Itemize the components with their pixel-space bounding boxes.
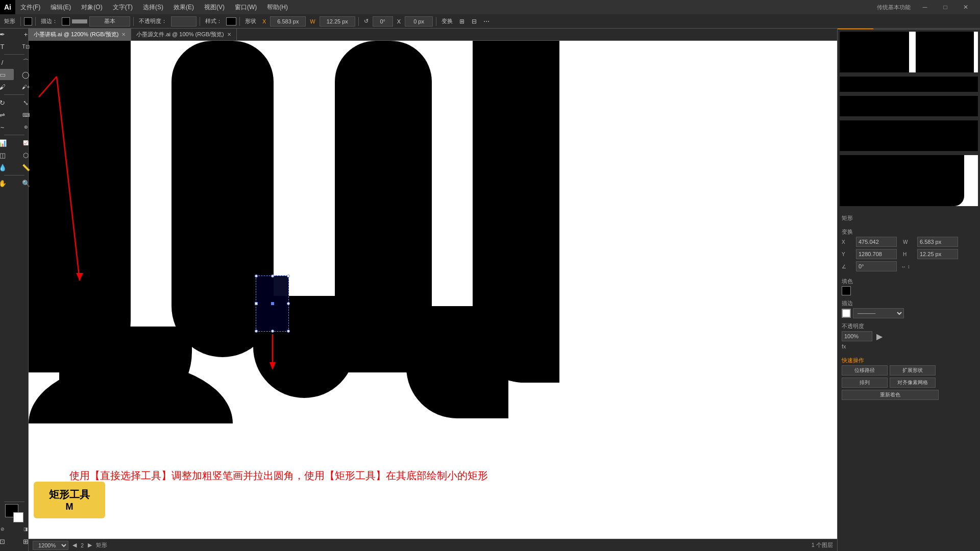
blob-brush-tool[interactable]: 🖌+ xyxy=(15,81,37,92)
tooltip-key: M xyxy=(43,502,96,512)
swatch-pair[interactable] xyxy=(5,504,23,522)
tab-1[interactable]: 小墨讲稿.ai @ 1200% (RGB/预览) ✕ xyxy=(29,29,131,41)
next-page-icon[interactable]: ▶ xyxy=(88,542,92,548)
rotate-input[interactable] xyxy=(373,16,393,27)
gradient-tool[interactable]: ◫ xyxy=(0,149,14,161)
w-input[interactable] xyxy=(320,16,355,27)
stroke-type-select[interactable]: ───── xyxy=(853,308,904,318)
rotate-icon: ↺ xyxy=(362,18,371,24)
menu-bar[interactable]: 文件(F) 编辑(E) 对象(O) 文字(T) 选择(S) 效果(E) 视图(V… xyxy=(15,1,293,14)
angle-input[interactable] xyxy=(856,261,897,271)
quick-actions-title: 快速操作 xyxy=(842,355,976,365)
none-swatch[interactable]: ⊘ xyxy=(0,523,14,535)
menu-effect[interactable]: 效果(E) xyxy=(168,1,199,14)
eyedropper-row: 💧 📏 xyxy=(0,162,37,173)
more-icon[interactable]: ⋯ xyxy=(481,16,492,27)
type-tool[interactable]: T xyxy=(0,41,14,52)
tooltip-box: 矩形工具 M xyxy=(34,482,105,518)
menu-file[interactable]: 文件(F) xyxy=(15,1,45,14)
y-label: Y xyxy=(842,252,854,257)
stroke-swatch[interactable] xyxy=(842,309,851,318)
menu-select[interactable]: 选择(S) xyxy=(138,1,168,14)
recolor-btn[interactable]: 重新着色 xyxy=(842,390,939,400)
annotation-text: 使用【直接选择工具】调整加粗竖笔画并拉出圆角，使用【矩形工具】在其底部绘制小的矩… xyxy=(69,469,488,483)
style-label: 样式： xyxy=(203,17,224,25)
stroke-weight-input[interactable] xyxy=(89,16,130,27)
zoom-tool[interactable]: 🔍 xyxy=(15,178,37,189)
left-sep-2 xyxy=(4,94,24,95)
titlebar: Ai 文件(F) 编辑(E) 对象(O) 文字(T) 选择(S) 效果(E) 视… xyxy=(0,0,980,14)
rectangle-tool[interactable]: ▭ xyxy=(0,69,14,80)
prev-page-icon[interactable]: ◀ xyxy=(72,542,77,548)
opacity-panel-input[interactable] xyxy=(842,331,872,341)
hand-tool[interactable]: ✋ xyxy=(0,178,14,189)
x-value-input[interactable] xyxy=(856,237,897,247)
style-swatch[interactable] xyxy=(226,17,236,26)
reflect-tool[interactable]: ⇌ xyxy=(0,109,14,120)
shear-tool[interactable]: ⌨ xyxy=(15,109,37,120)
opacity-expand-icon[interactable]: ▶ xyxy=(876,332,883,341)
h-value-input[interactable] xyxy=(917,249,958,259)
blend-tool[interactable]: ⬡ xyxy=(15,149,37,161)
fill-row[interactable] xyxy=(842,286,976,295)
scale-tool[interactable]: ⤡ xyxy=(15,97,37,108)
paintbrush-tool[interactable]: 🖌 xyxy=(0,81,14,92)
x-coord-input[interactable] xyxy=(270,16,306,27)
tab-2-close[interactable]: ✕ xyxy=(227,32,231,37)
menu-window[interactable]: 窗口(W) xyxy=(230,1,262,14)
minimize-btn[interactable]: ─ xyxy=(915,0,935,14)
color-swatch[interactable]: ◨ xyxy=(15,523,37,535)
measure-tool[interactable]: 📏 xyxy=(15,162,37,173)
maximize-btn[interactable]: □ xyxy=(935,0,955,14)
close-btn[interactable]: ✕ xyxy=(955,0,976,14)
offset-path-btn[interactable]: 位移路径 xyxy=(842,365,888,375)
expand-shape-btn[interactable]: 扩展形状 xyxy=(890,365,936,375)
sep1 xyxy=(20,17,21,26)
tooltip-title: 矩形工具 xyxy=(43,488,96,502)
menu-help[interactable]: 帮助(H) xyxy=(262,1,293,14)
fx-label: fx xyxy=(842,343,846,349)
align-pixel-btn[interactable]: 对齐像素网格 xyxy=(890,378,936,388)
column-graph-tool[interactable]: 📈 xyxy=(15,137,37,148)
line-tool[interactable]: / xyxy=(0,57,14,68)
anchor-tc xyxy=(271,274,274,278)
graph-tool[interactable]: 📊 xyxy=(0,137,14,148)
align-icon[interactable]: ⊞ xyxy=(457,16,467,27)
menu-view[interactable]: 视图(V) xyxy=(199,1,230,14)
x-label: X xyxy=(842,239,854,245)
warp-tool[interactable]: ~ xyxy=(0,121,14,133)
w-value-input[interactable] xyxy=(917,237,958,247)
zoom-select[interactable]: 1200% 100% 200% xyxy=(33,541,68,550)
preview-mode[interactable]: ⊡ xyxy=(0,536,14,547)
window-controls[interactable]: ─ □ ✕ xyxy=(915,0,976,14)
layer-count-status: 1 个图层 xyxy=(812,541,833,549)
menu-object[interactable]: 对象(O) xyxy=(76,1,107,14)
menu-edit[interactable]: 编辑(E) xyxy=(45,1,76,14)
ellipse-tool[interactable]: ◯ xyxy=(15,69,37,80)
tab-2[interactable]: 小墨源文件.ai @ 100% (RGB/预览) ✕ xyxy=(131,29,236,41)
fill-swatch[interactable] xyxy=(842,286,851,295)
selected-rectangle[interactable] xyxy=(256,276,289,332)
sep5 xyxy=(239,17,240,26)
shear-input[interactable] xyxy=(405,16,433,27)
y-value-input[interactable] xyxy=(856,249,897,259)
background-swatch[interactable] xyxy=(13,512,23,522)
arrange-btn[interactable]: 排列 xyxy=(842,378,888,388)
stroke-color-swatch[interactable] xyxy=(62,17,70,26)
area-type-tool[interactable]: T⊡ xyxy=(15,41,37,52)
tab-1-close[interactable]: ✕ xyxy=(121,32,126,37)
puppet-warp-tool[interactable]: ⊛ xyxy=(15,121,37,133)
rotate-tool[interactable]: ↻ xyxy=(0,97,14,108)
opacity-input[interactable]: 100% xyxy=(171,16,197,27)
arc-tool[interactable]: ⌒ xyxy=(15,57,37,68)
fill-color-swatch[interactable] xyxy=(24,17,32,26)
anchor-ml xyxy=(255,302,258,305)
eyedropper-tool[interactable]: 💧 xyxy=(0,162,14,173)
stroke-row: ───── xyxy=(842,308,976,318)
quick-action-row-1: 位移路径 扩展形状 xyxy=(842,365,976,375)
menu-text[interactable]: 文字(T) xyxy=(108,1,138,14)
angle-row: ∠ ↔ ↕ xyxy=(842,261,976,271)
color-mode-row: ⊘ ◨ xyxy=(0,523,37,535)
pen-tool[interactable]: ✒ xyxy=(0,29,14,40)
pathfinder-icon[interactable]: ⊟ xyxy=(469,16,479,27)
